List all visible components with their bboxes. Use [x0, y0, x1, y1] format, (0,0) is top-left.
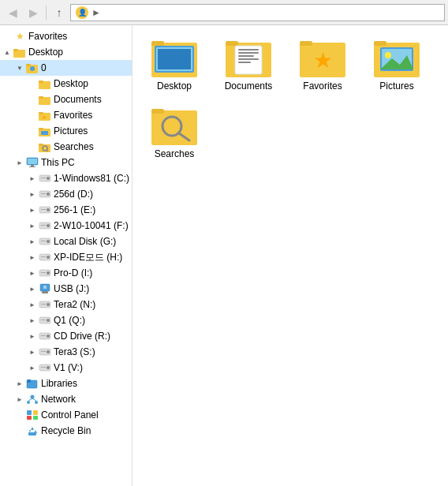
sidebar-item-searches[interactable]: Searches — [0, 139, 132, 155]
content-item-searches[interactable]: Searches — [139, 99, 210, 164]
sidebar-item-r-drive[interactable]: ►CD Drive (R:) — [0, 328, 132, 344]
sidebar-item-favorites[interactable]: ★Favorites — [0, 28, 132, 44]
sidebar-item-favorites-child[interactable]: ★Favorites — [0, 107, 132, 123]
sidebar-item-s-drive[interactable]: ►Tera3 (S:) — [0, 344, 132, 360]
sidebar-item-thispc[interactable]: ►This PC — [0, 155, 132, 170]
tree-label-q-drive: Q1 (Q:) — [54, 315, 85, 326]
expand-btn-i-drive[interactable]: ► — [27, 267, 38, 279]
expand-btn-thispc[interactable]: ► — [14, 156, 25, 169]
tree-label-desktop-child: Desktop — [54, 78, 88, 89]
sidebar-item-libraries[interactable]: ►Libraries — [0, 376, 132, 391]
expand-btn-r-drive[interactable]: ► — [27, 330, 38, 342]
expand-btn-h-drive[interactable]: ► — [27, 251, 38, 264]
expand-btn-j-drive[interactable]: ► — [27, 282, 38, 295]
expand-btn-desktop-child — [27, 77, 38, 90]
svg-point-96 — [385, 52, 391, 58]
tree-label-h-drive: XP-IDE모드 (H:) — [54, 251, 122, 264]
tree-label-control-panel: Control Panel — [41, 409, 99, 421]
tree-icon-network — [26, 393, 39, 406]
sidebar-item-network[interactable]: ►Network — [0, 391, 132, 407]
tree-label-n-drive: Tera2 (N:) — [54, 299, 95, 310]
sidebar-item-control-panel[interactable]: Control Panel — [0, 407, 132, 423]
content-label-documents: Documents — [225, 80, 273, 92]
svg-rect-26 — [41, 178, 46, 178]
svg-point-58 — [47, 350, 50, 353]
svg-rect-62 — [41, 367, 46, 368]
svg-rect-99 — [151, 109, 164, 114]
svg-rect-22 — [31, 165, 34, 166]
expand-btn-user-0[interactable]: ▼ — [14, 62, 25, 74]
svg-rect-9 — [39, 96, 43, 99]
sidebar-item-n-drive[interactable]: ►Tera2 (N:) — [0, 297, 132, 312]
expand-btn-c-drive[interactable]: ► — [27, 172, 38, 185]
sidebar-item-q-drive[interactable]: ►Q1 (Q:) — [0, 312, 132, 328]
svg-rect-85 — [238, 52, 259, 54]
sidebar-item-j-drive[interactable]: ►USB (J:) — [0, 281, 132, 297]
up-button[interactable]: ↑ — [50, 3, 69, 22]
sidebar-item-documents[interactable]: Documents — [0, 92, 132, 107]
content-item-documents[interactable]: Documents — [213, 32, 284, 96]
tree-icon-h-drive — [39, 251, 51, 264]
svg-rect-17 — [39, 144, 43, 146]
tree-icon-j-drive — [39, 282, 51, 295]
svg-point-25 — [47, 177, 50, 180]
svg-rect-77 — [151, 41, 164, 46]
address-bar[interactable]: 👤 ► — [70, 4, 445, 21]
sidebar-item-f-drive[interactable]: ►2-W10-10041 (F:) — [0, 218, 132, 234]
expand-btn-e-drive[interactable]: ► — [27, 204, 38, 216]
svg-rect-41 — [41, 256, 46, 257]
sidebar-item-recycle-bin[interactable]: Recycle Bin — [0, 423, 132, 439]
tree-label-d-drive: 256d (D:) — [54, 189, 93, 200]
svg-line-70 — [32, 398, 36, 401]
tree-icon-r-drive — [39, 330, 51, 342]
svg-rect-75 — [28, 432, 36, 436]
expand-btn-g-drive[interactable]: ► — [27, 235, 38, 248]
svg-rect-29 — [41, 193, 46, 194]
tree-icon-n-drive — [39, 298, 51, 311]
expand-btn-favorites-child — [27, 109, 38, 122]
svg-rect-53 — [41, 320, 46, 320]
tree-label-searches: Searches — [54, 141, 94, 152]
svg-rect-73 — [27, 416, 32, 420]
sidebar-item-pictures[interactable]: Pictures — [0, 123, 132, 139]
expand-btn-d-drive[interactable]: ► — [27, 188, 38, 200]
svg-point-43 — [47, 271, 50, 275]
sidebar-item-g-drive[interactable]: ►Local Disk (G:) — [0, 234, 132, 249]
svg-rect-72 — [33, 410, 38, 415]
tree-icon-desktop-child — [39, 77, 51, 90]
expand-btn-q-drive[interactable]: ► — [27, 314, 38, 327]
tree-icon-libraries — [26, 377, 39, 390]
sidebar-item-i-drive[interactable]: ►Pro-D (I:) — [0, 265, 132, 281]
expand-btn-n-drive[interactable]: ► — [27, 298, 38, 311]
svg-rect-21 — [28, 159, 37, 164]
expand-btn-network[interactable]: ► — [14, 393, 25, 406]
sidebar-item-d-drive[interactable]: ►256d (D:) — [0, 186, 132, 202]
tree-icon-user-0 — [26, 62, 39, 74]
sidebar-item-e-drive[interactable]: ►256-1 (E:) — [0, 202, 132, 218]
sidebar-item-desktop-child[interactable]: Desktop — [0, 76, 132, 92]
svg-point-55 — [47, 335, 50, 338]
svg-rect-71 — [27, 410, 32, 415]
sidebar-item-desktop-root[interactable]: ▲Desktop — [0, 44, 132, 60]
toolbar: ◀ ▶ ↑ 👤 ► — [0, 0, 448, 25]
sidebar-item-h-drive[interactable]: ►XP-IDE모드 (H:) — [0, 249, 132, 265]
expand-btn-libraries[interactable]: ► — [14, 377, 25, 390]
expand-btn-v-drive[interactable]: ► — [27, 361, 38, 374]
content-item-favorites[interactable]: ★ Favorites — [287, 32, 358, 96]
sidebar-item-v-drive[interactable]: ►V1 (V:) — [0, 360, 132, 376]
svg-rect-14 — [39, 128, 43, 130]
content-item-desktop[interactable]: Desktop — [139, 32, 210, 96]
content-item-pictures[interactable]: Pictures — [361, 32, 432, 96]
svg-rect-74 — [33, 416, 38, 420]
sidebar-item-c-drive[interactable]: ►1-Windows81 (C:) — [0, 170, 132, 186]
expand-btn-f-drive[interactable]: ► — [27, 219, 38, 232]
address-separator: ► — [91, 7, 101, 18]
tree-label-user-0: 0 — [41, 62, 47, 73]
expand-btn-s-drive[interactable]: ► — [27, 346, 38, 358]
back-button[interactable]: ◀ — [3, 3, 22, 22]
sidebar-item-user-0[interactable]: ▼0 — [0, 60, 132, 76]
tree-icon-favorites-child: ★ — [39, 109, 51, 122]
tree-icon-v-drive — [39, 361, 51, 374]
expand-btn-desktop-root[interactable]: ▲ — [2, 46, 13, 58]
forward-button[interactable]: ▶ — [24, 3, 43, 22]
